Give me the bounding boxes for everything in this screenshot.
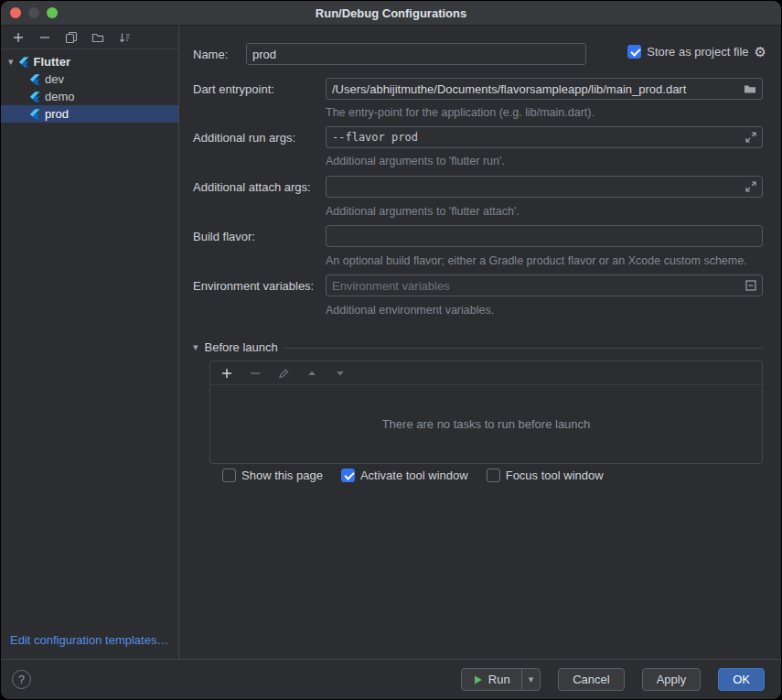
dart-entrypoint-field[interactable] <box>326 78 763 100</box>
zoom-window-button[interactable] <box>47 7 58 18</box>
store-as-project-option: Store as project file ⚙ <box>627 45 766 59</box>
edit-configuration-templates-link[interactable]: Edit configuration templates… <box>10 633 168 647</box>
dart-entrypoint-input[interactable] <box>332 82 738 96</box>
flutter-icon <box>29 92 40 102</box>
focus-tool-window-label: Focus tool window <box>506 468 604 482</box>
activate-tool-window-label: Activate tool window <box>360 468 468 482</box>
before-launch-toolbar <box>210 361 762 385</box>
build-flavor-input[interactable] <box>332 230 756 243</box>
attach-args-label: Additional attach args: <box>193 180 326 194</box>
configurations-tree: ▾ Flutter dev demo <box>1 49 178 123</box>
play-icon <box>473 674 483 685</box>
tree-item-label: demo <box>45 90 75 103</box>
expand-editor-icon[interactable] <box>745 132 756 143</box>
activate-tool-window-checkbox[interactable] <box>341 468 355 482</box>
browse-folder-icon[interactable] <box>744 83 756 94</box>
apply-button[interactable]: Apply <box>642 668 702 691</box>
show-this-page-label: Show this page <box>241 468 323 482</box>
sort-configurations-icon[interactable] <box>116 29 133 46</box>
name-label: Name: <box>193 48 246 61</box>
move-to-folder-icon[interactable] <box>90 29 106 46</box>
cancel-button[interactable]: Cancel <box>558 668 624 691</box>
dart-entrypoint-label: Dart entrypoint: <box>193 82 326 96</box>
remove-task-icon[interactable] <box>247 365 263 382</box>
build-flavor-help: An optional build flavor; either a Gradl… <box>326 254 763 267</box>
run-args-row: Additional run args: <box>193 126 763 148</box>
chevron-down-icon[interactable]: ▾ <box>193 342 198 352</box>
chevron-down-icon[interactable]: ▾ <box>8 57 14 67</box>
copy-configuration-icon[interactable] <box>63 29 80 46</box>
titlebar: Run/Debug Configurations <box>1 1 781 26</box>
env-vars-input[interactable] <box>332 279 740 293</box>
tree-node-prod[interactable]: prod <box>1 105 178 123</box>
dart-entrypoint-row: Dart entrypoint: <box>193 78 763 100</box>
sidebar-toolbar <box>1 26 178 49</box>
before-launch-title: Before launch <box>205 340 278 354</box>
run-dropdown-arrow-icon[interactable]: ▾ <box>521 669 541 690</box>
store-as-project-checkbox[interactable] <box>627 45 641 59</box>
run-args-label: Additional run args: <box>193 131 326 145</box>
remove-configuration-icon[interactable] <box>37 29 53 46</box>
tree-item-label: dev <box>45 72 64 86</box>
minimize-window-button[interactable] <box>28 7 39 18</box>
add-configuration-icon[interactable] <box>10 29 27 46</box>
configuration-form: Name: Store as project file ⚙ Dart entry… <box>180 26 781 660</box>
tree-node-demo[interactable]: demo <box>1 88 178 105</box>
env-vars-label: Environment variables: <box>193 279 326 293</box>
run-button[interactable]: Run <box>462 669 521 690</box>
before-launch-tasks-panel: There are no tasks to run before launch <box>209 361 763 464</box>
traffic-lights <box>10 7 58 18</box>
flutter-icon <box>29 109 40 120</box>
activate-tool-window-option[interactable]: Activate tool window <box>341 468 468 482</box>
build-flavor-field[interactable] <box>326 225 763 247</box>
dart-entrypoint-help: The entry-point for the application (e.g… <box>326 106 763 119</box>
tree-root-label: Flutter <box>34 55 70 69</box>
env-vars-row: Environment variables: <box>193 275 763 296</box>
tree-node-dev[interactable]: dev <box>1 70 178 88</box>
move-task-up-icon[interactable] <box>304 365 320 382</box>
run-debug-configurations-dialog: Run/Debug Configurations ▾ <box>0 0 782 700</box>
configurations-sidebar: ▾ Flutter dev demo <box>1 26 179 660</box>
name-input[interactable] <box>252 48 580 61</box>
before-launch-empty-text: There are no tasks to run before launch <box>210 385 762 463</box>
window-title: Run/Debug Configurations <box>316 6 466 20</box>
run-args-field[interactable] <box>326 126 763 148</box>
close-window-button[interactable] <box>10 7 21 18</box>
attach-args-help: Additional arguments to 'flutter attach'… <box>326 205 763 218</box>
run-args-help: Additional arguments to 'flutter run'. <box>326 155 763 167</box>
build-flavor-row: Build flavor: <box>193 225 763 247</box>
move-task-down-icon[interactable] <box>332 365 348 382</box>
attach-args-input[interactable] <box>332 180 740 193</box>
run-button-label: Run <box>488 673 510 686</box>
env-vars-help: Additional environment variables. <box>326 304 763 317</box>
focus-tool-window-option[interactable]: Focus tool window <box>487 468 604 482</box>
add-task-icon[interactable] <box>219 365 235 382</box>
before-launch-header[interactable]: ▾ Before launch <box>193 340 763 354</box>
env-vars-field[interactable] <box>326 275 763 296</box>
show-this-page-checkbox[interactable] <box>222 468 236 482</box>
flutter-icon <box>29 74 40 85</box>
attach-args-field[interactable] <box>326 176 763 198</box>
edit-task-icon[interactable] <box>275 365 292 382</box>
run-args-input[interactable] <box>332 131 740 144</box>
store-as-project-label: Store as project file <box>647 45 748 59</box>
run-split-button[interactable]: Run ▾ <box>461 668 541 691</box>
footer-buttons: Run ▾ Cancel Apply OK <box>461 668 765 691</box>
flutter-icon <box>18 57 29 68</box>
gear-icon[interactable]: ⚙ <box>755 45 766 59</box>
name-field[interactable] <box>246 43 586 65</box>
ok-button[interactable]: OK <box>718 668 765 691</box>
section-divider <box>284 348 763 349</box>
edit-variables-icon[interactable] <box>745 280 756 291</box>
tree-item-label: prod <box>45 107 69 121</box>
help-button[interactable]: ? <box>12 670 31 689</box>
dialog-footer: ? Run ▾ Cancel Apply OK <box>1 659 781 699</box>
expand-editor-icon[interactable] <box>745 181 756 192</box>
attach-args-row: Additional attach args: <box>193 176 763 198</box>
before-launch-options: Show this page Activate tool window Focu… <box>222 468 604 482</box>
tree-node-flutter[interactable]: ▾ Flutter <box>1 53 178 70</box>
show-this-page-option[interactable]: Show this page <box>222 468 323 482</box>
build-flavor-label: Build flavor: <box>193 230 326 243</box>
focus-tool-window-checkbox[interactable] <box>487 468 500 482</box>
